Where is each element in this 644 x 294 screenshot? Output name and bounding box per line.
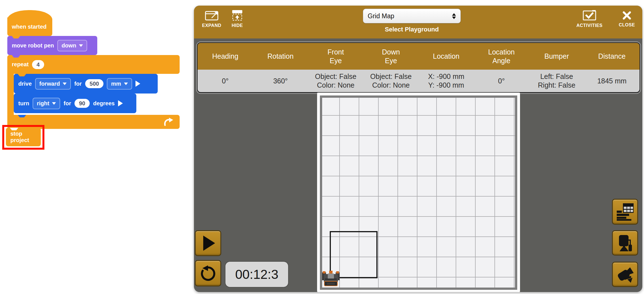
robot xyxy=(322,270,340,286)
repeat-block[interactable]: repeat 4 xyxy=(7,55,180,74)
move-robot-pen-block[interactable]: move robot pen down xyxy=(7,36,97,55)
repeat-count-input[interactable]: 4 xyxy=(32,60,44,69)
move-robot-pen-label: move robot pen xyxy=(12,42,54,49)
vexcode-workspace: when started move robot pen down repeat … xyxy=(0,0,644,294)
turn-direction-value: right xyxy=(37,100,49,107)
select-playground-caption: Select Playground xyxy=(363,26,461,33)
reset-circular-arrow-icon xyxy=(200,265,216,282)
grid-map-field xyxy=(322,98,515,288)
turn-angle-input[interactable]: 90 xyxy=(74,99,90,108)
up-down-arrows-icon xyxy=(452,13,456,19)
hide-panel-icon xyxy=(231,10,243,21)
value-heading: 0° xyxy=(198,70,253,92)
play-triangle-icon xyxy=(203,236,215,251)
hide-label: HIDE xyxy=(232,23,243,28)
hide-button[interactable]: HIDE xyxy=(227,10,247,28)
when-started-label: when started xyxy=(12,24,46,30)
col-rotation: Rotation xyxy=(253,43,308,70)
stack-notch xyxy=(18,115,26,117)
value-rotation: 360° xyxy=(253,70,308,92)
playground-select-value: Grid Map xyxy=(368,12,394,20)
expand-label: EXPAND xyxy=(202,23,222,28)
turn-unit-label: degrees xyxy=(93,100,115,107)
value-location-angle: 0° xyxy=(474,70,529,92)
col-distance: Distance xyxy=(584,43,640,70)
chevron-down-icon xyxy=(52,102,56,105)
grid-map xyxy=(317,93,520,292)
expand-window-icon xyxy=(205,10,218,21)
value-front-eye: Object: FalseColor: None xyxy=(308,70,363,92)
dashboard-header-row: Heading Rotation FrontEye DownEye Locati… xyxy=(198,43,640,70)
stack-notch xyxy=(12,36,20,38)
drive-distance-input[interactable]: 500 xyxy=(85,79,103,88)
pen-position-dropdown[interactable]: down xyxy=(57,40,87,51)
close-label: CLOSE xyxy=(619,22,635,28)
col-down-eye: DownEye xyxy=(363,43,419,70)
play-button[interactable] xyxy=(195,230,221,256)
activities-button[interactable]: ACTIVITIES xyxy=(573,10,606,28)
value-bumper: Left: FalseRight: False xyxy=(529,70,584,92)
col-front-eye: FrontEye xyxy=(308,43,363,70)
camera-on-stand-icon xyxy=(616,234,634,252)
stop-project-block[interactable]: stop project xyxy=(6,128,41,146)
drive-for-label: for xyxy=(74,81,82,87)
playground-header: EXPAND HIDE Grid Map Select Playground xyxy=(194,6,642,38)
col-heading: Heading xyxy=(198,43,253,70)
drive-unit-dropdown[interactable]: mm xyxy=(107,78,132,90)
turn-for-label: for xyxy=(64,100,71,107)
repeat-label: repeat xyxy=(12,61,29,68)
reset-button[interactable] xyxy=(195,260,221,286)
drive-direction-value: forward xyxy=(39,81,60,87)
dashboard-toggle-button[interactable] xyxy=(612,199,638,225)
pen-position-value: down xyxy=(62,42,76,49)
col-bumper: Bumper xyxy=(529,43,584,70)
run-block-icon[interactable] xyxy=(135,81,140,87)
camera-free-button[interactable] xyxy=(612,262,638,287)
close-button[interactable]: CLOSE xyxy=(617,11,637,28)
playground-panel: EXPAND HIDE Grid Map Select Playground xyxy=(194,6,642,292)
when-started-block[interactable]: when started xyxy=(7,17,52,36)
sensor-dashboard: Heading Rotation FrontEye DownEye Locati… xyxy=(197,42,640,93)
value-distance: 1845 mm xyxy=(584,70,640,92)
stack-notch xyxy=(10,128,18,130)
col-location-angle: LocationAngle xyxy=(474,43,529,70)
grid-map-frame xyxy=(320,95,517,290)
close-icon xyxy=(622,11,632,20)
activities-label: ACTIVITIES xyxy=(576,23,602,28)
turn-label: turn xyxy=(18,100,29,107)
value-location: X: -900 mmY: -900 mm xyxy=(419,70,474,92)
camera-follow-button[interactable] xyxy=(612,230,638,256)
data-table-icon xyxy=(616,203,634,221)
dashboard-value-row: 0° 360° Object: FalseColor: None Object:… xyxy=(198,70,640,92)
turn-block[interactable]: turn right for 90 degrees xyxy=(14,94,136,113)
stop-project-label: stop project xyxy=(10,131,36,143)
drive-label: drive xyxy=(18,81,32,87)
drive-direction-dropdown[interactable]: forward xyxy=(35,78,71,90)
expand-button[interactable]: EXPAND xyxy=(199,10,225,28)
run-block-icon[interactable] xyxy=(118,100,123,106)
chevron-down-icon xyxy=(124,83,128,85)
repeat-block-arm xyxy=(7,74,14,115)
playground-select[interactable]: Grid Map xyxy=(363,9,461,23)
turn-direction-dropdown[interactable]: right xyxy=(33,98,60,109)
drive-block[interactable]: drive forward for 500 mm xyxy=(14,74,158,94)
col-location: Location xyxy=(419,43,474,70)
stack-notch xyxy=(12,55,20,58)
value-down-eye: Object: FalseColor: None xyxy=(363,70,419,92)
tilted-camera-icon xyxy=(616,265,634,283)
checklist-window-icon xyxy=(583,10,596,21)
stack-notch xyxy=(18,74,26,76)
drive-unit-value: mm xyxy=(111,81,121,87)
loop-arrow-icon xyxy=(163,117,173,126)
stack-notch xyxy=(18,94,26,96)
chevron-down-icon xyxy=(79,44,83,47)
chevron-down-icon xyxy=(63,83,67,85)
timer-display: 00:12:3 xyxy=(225,262,288,287)
